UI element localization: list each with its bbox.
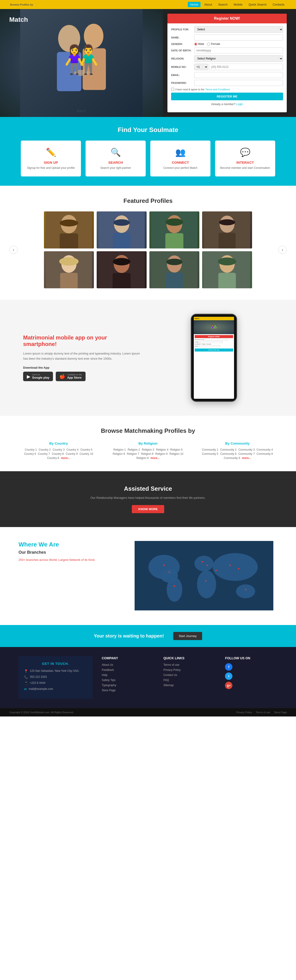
profile-image-4[interactable] [202, 212, 252, 248]
religion-more-link[interactable]: more... [150, 457, 160, 460]
carousel-right-arrow[interactable]: › [279, 246, 287, 254]
phone-date-input[interactable] [199, 345, 220, 347]
community-link-6[interactable]: Community 6 [220, 452, 237, 455]
browse-country-links: Country 1 Country 2 Country 3 Country 4 … [19, 448, 99, 460]
profile-image-7[interactable] [149, 251, 199, 288]
country-link-5[interactable]: Country 5 [80, 448, 92, 451]
footer-store-link[interactable]: Store Page [102, 689, 154, 692]
svg-point-44 [197, 571, 216, 598]
soulmate-card-signup: ✏️ SIGN UP Signup for free and Upload yo… [21, 140, 81, 177]
community-link-1[interactable]: Community 1 [202, 448, 218, 451]
app-store-button[interactable]: 🍎 Available on the App Store [56, 372, 85, 381]
community-link-8[interactable]: Community 8 [256, 452, 273, 455]
svg-rect-21 [218, 233, 236, 248]
profile-image-5[interactable] [44, 251, 94, 288]
footer-about-link[interactable]: About Us [102, 663, 154, 667]
footer-sitemap-link[interactable]: Sitemap [163, 684, 216, 687]
religion-link-11[interactable]: Religion 8 [136, 457, 149, 460]
footer-contact-link[interactable]: Contact Us [163, 673, 216, 677]
google-plus-icon[interactable]: g+ [225, 682, 233, 689]
start-journey-button[interactable]: Start Journey [173, 632, 202, 640]
google-play-button[interactable]: ▶ Get it on Google play [23, 372, 53, 381]
country-link-4[interactable]: Country 4 [66, 448, 78, 451]
gender-female-radio[interactable] [207, 43, 210, 46]
community-link-4[interactable]: Community 4 [256, 448, 273, 451]
community-link-9[interactable]: Community 9 [224, 457, 240, 460]
terms-link[interactable]: Terms and Conditions [205, 88, 230, 91]
religion-link-10[interactable]: Religion 10 [169, 452, 184, 455]
footer-help-link[interactable]: Help [102, 673, 154, 677]
profile-image-8[interactable] [202, 251, 252, 288]
gender-female-label[interactable]: Female [207, 42, 220, 46]
mobile-section: Matrimonial mobile app on your smartphon… [0, 300, 296, 416]
phone-name-input[interactable] [199, 341, 223, 343]
twitter-icon[interactable]: t [225, 673, 233, 680]
religion-select[interactable]: Select Religion Hindu Muslim Christian S… [194, 55, 283, 62]
gender-male-label[interactable]: Male [194, 42, 204, 46]
nav-mobile[interactable]: Mobile [231, 2, 245, 7]
profile-for-select[interactable]: Select For Myself For Son For Daughter [194, 26, 283, 33]
community-link-7[interactable]: Community 7 [238, 452, 255, 455]
religion-link-8[interactable]: Religion 8 [141, 452, 153, 455]
religion-link-2[interactable]: Religion 2 [128, 448, 140, 451]
country-link-6[interactable]: Country 6 [24, 452, 36, 455]
know-more-button[interactable]: KNOW MORE [132, 505, 164, 513]
country-link-11[interactable]: Country 8 [47, 457, 59, 460]
mobile-code-select[interactable]: +1 [194, 64, 208, 70]
footer-privacy-link[interactable]: Privacy Policy [163, 668, 216, 671]
country-link-3[interactable]: Country 3 [52, 448, 65, 451]
country-link-2[interactable]: Country 2 [39, 448, 51, 451]
profile-image-6[interactable] [97, 251, 147, 288]
footer-safety-link[interactable]: Safety Tips [102, 678, 154, 682]
community-link-2[interactable]: Community 2 [220, 448, 237, 451]
country-link-1[interactable]: Country 1 [25, 448, 37, 451]
bottom-store-link[interactable]: Store Page [274, 711, 287, 714]
religion-link-4[interactable]: Religion 4 [156, 448, 168, 451]
country-link-10[interactable]: Country 10 [79, 452, 93, 455]
mobile-input[interactable] [209, 64, 283, 70]
religion-link-1[interactable]: Religion 1 [114, 448, 126, 451]
country-link-9[interactable]: Country 9 [66, 452, 78, 455]
profile-image-2[interactable] [97, 212, 147, 248]
nav-contacts[interactable]: Contacts [270, 2, 287, 7]
footer-address: 📍 123 San Sebastian, New York City USA. [24, 669, 87, 673]
profile-image-3[interactable] [149, 212, 199, 248]
religion-link-6[interactable]: Religion 6 [112, 452, 125, 455]
community-link-3[interactable]: Community 3 [238, 448, 255, 451]
religion-link-3[interactable]: Religion 3 [142, 448, 154, 451]
country-more-link[interactable]: more... [61, 457, 70, 460]
carousel-left-arrow[interactable]: ‹ [9, 246, 17, 254]
footer-faq-link[interactable]: FAQ [163, 678, 216, 682]
community-more-link[interactable]: more... [242, 457, 251, 460]
password-input[interactable] [194, 80, 283, 86]
footer-follow-col: FOLLOW US ON f t g+ [225, 656, 277, 699]
footer-terms-link[interactable]: Terms of use [163, 663, 216, 667]
footer-feedback-link[interactable]: Feedback [102, 668, 154, 671]
phone-register-btn[interactable]: REGISTER ME [195, 348, 233, 352]
name-input[interactable] [194, 35, 283, 41]
religion-link-5[interactable]: Religion 5 [170, 448, 182, 451]
gender-male-radio[interactable] [194, 43, 197, 46]
phone-profile-input[interactable] [205, 339, 228, 340]
facebook-icon[interactable]: f [225, 663, 233, 671]
svg-point-48 [169, 571, 170, 573]
nav-home[interactable]: Home [188, 2, 201, 7]
footer-typography-link[interactable]: Typography [102, 684, 154, 687]
bottom-privacy-link[interactable]: Privacy Policy [236, 711, 252, 714]
religion-link-7[interactable]: Religion 7 [127, 452, 139, 455]
svg-rect-0 [20, 9, 143, 117]
profile-image-1[interactable] [44, 212, 94, 248]
nav-about[interactable]: About [202, 2, 214, 7]
nav-quick-search[interactable]: Quick Search [246, 2, 269, 7]
email-input[interactable] [194, 72, 283, 78]
dob-input[interactable] [194, 48, 283, 54]
terms-checkbox[interactable] [171, 88, 174, 91]
login-link[interactable]: Login [236, 103, 243, 106]
register-button[interactable]: REGISTER ME [171, 92, 283, 100]
country-link-8[interactable]: Country 8 [52, 452, 64, 455]
nav-search[interactable]: Search [216, 2, 230, 7]
country-link-7[interactable]: Country 7 [38, 452, 50, 455]
community-link-5[interactable]: Community 5 [202, 452, 218, 455]
bottom-terms-link[interactable]: Terms of use [256, 711, 270, 714]
religion-link-9[interactable]: Religion 9 [155, 452, 168, 455]
